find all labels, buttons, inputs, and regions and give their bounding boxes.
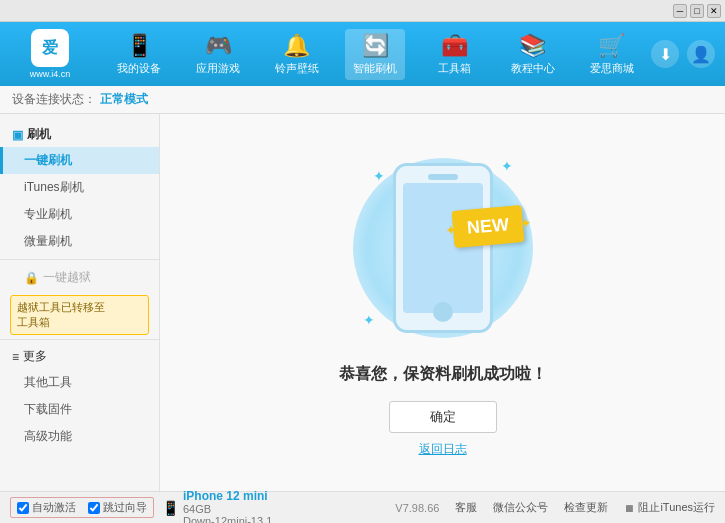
my-device-icon: 📱 [126,33,153,59]
sidebar-item-one-click-flash[interactable]: 一键刷机 [0,147,159,174]
nav-toolbox-label: 工具箱 [438,61,471,76]
device-icon: 📱 [162,500,179,516]
auto-connect-checkbox[interactable]: 自动激活 [17,500,76,515]
apps-games-icon: 🎮 [205,33,232,59]
checkbox-group: 自动激活 跳过向导 [10,497,154,518]
nav-ringtones[interactable]: 🔔 铃声壁纸 [267,29,327,80]
device-firmware: Down-12mini-13,1 [183,515,272,524]
logo-url: www.i4.cn [30,69,71,79]
new-badge: NEW [451,205,524,248]
sidebar-section-jailbreak: 🔒 一键越狱 [0,264,159,291]
tutorials-icon: 📚 [519,33,546,59]
sidebar-item-other-tools[interactable]: 其他工具 [0,369,159,396]
auto-connect-label: 自动激活 [32,500,76,515]
minimize-button[interactable]: ─ [673,4,687,18]
bottom-bar: 自动激活 跳过向导 📱 iPhone 12 mini 64GB Down-12m… [0,491,725,523]
device-info: 📱 iPhone 12 mini 64GB Down-12mini-13,1 [162,489,272,524]
device-name: iPhone 12 mini [183,489,272,503]
header-right: ⬇ 👤 [651,40,715,68]
sidebar-jailbreak-note: 越狱工具已转移至工具箱 [10,295,149,335]
maximize-button[interactable]: □ [690,4,704,18]
user-button[interactable]: 👤 [687,40,715,68]
status-value: 正常模式 [100,91,148,108]
stop-itunes-button[interactable]: ⏹ 阻止iTunes运行 [624,500,715,515]
nav-smart-flash-label: 智能刷机 [353,61,397,76]
smart-flash-icon: 🔄 [362,33,389,59]
nav-apps-games[interactable]: 🎮 应用游戏 [188,29,248,80]
stop-icon: ⏹ [624,502,635,514]
sparkle-3: ✦ [363,312,375,328]
confirm-button[interactable]: 确定 [389,401,497,433]
sidebar: ▣ 刷机 一键刷机 iTunes刷机 专业刷机 微量刷机 🔒 一键越狱 越狱工具… [0,114,160,491]
nav-toolbox[interactable]: 🧰 工具箱 [424,29,484,80]
sidebar-item-advanced[interactable]: 高级功能 [0,423,159,450]
sidebar-section-flash: ▣ 刷机 [0,122,159,147]
close-button[interactable]: ✕ [707,4,721,18]
lock-icon: 🔒 [24,271,39,285]
shop-icon: 🛒 [598,33,625,59]
nav-smart-flash[interactable]: 🔄 智能刷机 [345,29,405,80]
status-bar: 设备连接状态： 正常模式 [0,86,725,114]
download-button[interactable]: ⬇ [651,40,679,68]
nav-apps-games-label: 应用游戏 [196,61,240,76]
skip-wizard-checkbox[interactable]: 跳过向导 [88,500,147,515]
ringtones-icon: 🔔 [283,33,310,59]
device-storage: 64GB [183,503,272,515]
nav-tutorials-label: 教程中心 [511,61,555,76]
bottom-left: 自动激活 跳过向导 📱 iPhone 12 mini 64GB Down-12m… [10,489,272,524]
phone-shape [393,163,493,333]
more-section-icon: ≡ [12,350,19,364]
logo-icon: 爱 [31,29,69,67]
nav-my-device[interactable]: 📱 我的设备 [109,29,169,80]
version-label: V7.98.66 [395,502,439,514]
nav-ringtones-label: 铃声壁纸 [275,61,319,76]
nav-tutorials[interactable]: 📚 教程中心 [503,29,563,80]
flash-section-title: 刷机 [27,126,51,143]
skip-wizard-label: 跳过向导 [103,500,147,515]
stop-itunes-label: 阻止iTunes运行 [638,500,715,515]
sidebar-divider-1 [0,259,159,260]
bottom-right: V7.98.66 客服 微信公众号 检查更新 ⏹ 阻止iTunes运行 [395,500,715,515]
sidebar-divider-2 [0,339,159,340]
nav-shop[interactable]: 🛒 爱思商城 [582,29,642,80]
flash-section-icon: ▣ [12,128,23,142]
nav-my-device-label: 我的设备 [117,61,161,76]
sidebar-item-download-fw[interactable]: 下载固件 [0,396,159,423]
skip-wizard-input[interactable] [88,502,100,514]
sidebar-item-pro-flash[interactable]: 专业刷机 [0,201,159,228]
main-content: NEW ✦ ✦ ✦ 恭喜您，保资料刷机成功啦！ 确定 返回日志 [160,114,725,491]
header: 爱 www.i4.cn 📱 我的设备 🎮 应用游戏 🔔 铃声壁纸 🔄 智能刷机 … [0,22,725,86]
toolbox-icon: 🧰 [441,33,468,59]
main-area: ▣ 刷机 一键刷机 iTunes刷机 专业刷机 微量刷机 🔒 一键越狱 越狱工具… [0,114,725,491]
sidebar-item-micro-flash[interactable]: 微量刷机 [0,228,159,255]
return-link[interactable]: 返回日志 [419,441,467,458]
sidebar-section-more: ≡ 更多 [0,344,159,369]
status-label: 设备连接状态： [12,91,96,108]
title-bar: ─ □ ✕ [0,0,725,22]
nav-shop-label: 爱思商城 [590,61,634,76]
sidebar-item-itunes-flash[interactable]: iTunes刷机 [0,174,159,201]
customer-service-link[interactable]: 客服 [455,500,477,515]
device-details: iPhone 12 mini 64GB Down-12mini-13,1 [183,489,272,524]
sparkle-2: ✦ [501,158,513,174]
success-illustration: NEW ✦ ✦ ✦ [343,148,543,348]
check-update-link[interactable]: 检查更新 [564,500,608,515]
phone-screen [403,183,483,313]
wechat-link[interactable]: 微信公众号 [493,500,548,515]
logo[interactable]: 爱 www.i4.cn [10,29,90,79]
auto-connect-input[interactable] [17,502,29,514]
sparkle-1: ✦ [373,168,385,184]
nav-bar: 📱 我的设备 🎮 应用游戏 🔔 铃声壁纸 🔄 智能刷机 🧰 工具箱 📚 教程中心… [100,29,651,80]
success-message: 恭喜您，保资料刷机成功啦！ [339,364,547,385]
